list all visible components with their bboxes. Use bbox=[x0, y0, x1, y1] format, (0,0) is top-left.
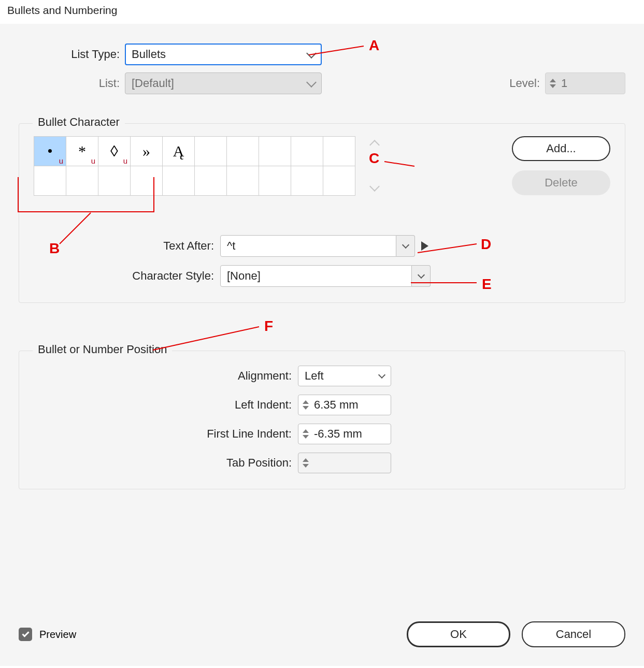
text-after-input[interactable]: ^t bbox=[220, 235, 396, 257]
bullet-glyph-2[interactable]: ◊u bbox=[98, 137, 131, 166]
list-type-value: Bullets bbox=[132, 48, 166, 61]
list-type-dropdown[interactable]: Bullets bbox=[125, 43, 322, 65]
delete-button: Delete bbox=[512, 170, 610, 195]
bullet-glyph-empty[interactable] bbox=[227, 166, 259, 196]
alignment-value: Left bbox=[305, 369, 324, 383]
list-dropdown[interactable]: [Default] bbox=[125, 72, 322, 94]
text-after-label: Text After: bbox=[34, 239, 220, 253]
chevron-down-icon bbox=[378, 371, 385, 379]
insert-special-char-button[interactable] bbox=[421, 241, 428, 251]
chevron-up-icon[interactable] bbox=[369, 140, 380, 150]
spinner-arrows-icon[interactable] bbox=[303, 400, 309, 410]
alignment-dropdown[interactable]: Left bbox=[298, 366, 391, 386]
position-legend: Bullet or Number Position bbox=[33, 343, 172, 356]
bullet-glyph-empty[interactable] bbox=[291, 137, 323, 166]
level-value: 1 bbox=[561, 77, 567, 90]
bullet-glyph-4[interactable]: Ą bbox=[163, 137, 195, 166]
dialog-footer: Preview OK Cancel bbox=[19, 621, 625, 647]
preview-checkbox[interactable] bbox=[19, 628, 32, 641]
bullet-glyph-empty[interactable] bbox=[66, 166, 98, 196]
tab-pos-label: Tab Position: bbox=[34, 456, 298, 470]
spinner-arrows-icon[interactable] bbox=[303, 458, 309, 468]
bullet-glyph-0[interactable]: •u bbox=[34, 137, 66, 166]
preview-label: Preview bbox=[39, 629, 76, 641]
chevron-down-icon bbox=[306, 77, 317, 88]
char-style-label: Character Style: bbox=[34, 269, 220, 283]
left-indent-value: 6.35 mm bbox=[314, 398, 359, 412]
list-label: List: bbox=[19, 77, 125, 90]
ok-button[interactable]: OK bbox=[407, 621, 510, 647]
bullet-glyph-empty[interactable] bbox=[195, 137, 227, 166]
char-style-dropdown-button[interactable] bbox=[412, 265, 431, 287]
bullet-character-legend: Bullet Character bbox=[33, 115, 125, 129]
char-style-value[interactable]: [None] bbox=[220, 265, 412, 287]
spinner-arrows-icon[interactable] bbox=[550, 79, 556, 88]
cancel-button[interactable]: Cancel bbox=[522, 621, 625, 647]
left-indent-label: Left Indent: bbox=[34, 398, 298, 412]
list-type-label: List Type: bbox=[19, 48, 125, 61]
spinner-arrows-icon[interactable] bbox=[303, 429, 309, 439]
alignment-label: Alignment: bbox=[34, 369, 298, 383]
bullet-glyph-empty[interactable] bbox=[131, 166, 163, 196]
left-indent-spinner[interactable]: 6.35 mm bbox=[298, 395, 391, 415]
add-button[interactable]: Add... bbox=[512, 136, 610, 161]
first-line-value: -6.35 mm bbox=[314, 427, 362, 441]
bullet-glyph-empty[interactable] bbox=[323, 137, 355, 166]
bullet-glyph-empty[interactable] bbox=[98, 166, 131, 196]
level-label: Level: bbox=[509, 77, 540, 90]
annotation-F: F bbox=[264, 318, 273, 335]
dialog-title: Bullets and Numbering bbox=[0, 0, 644, 24]
bullet-glyph-empty[interactable] bbox=[195, 166, 227, 196]
position-group: Bullet or Number Position Alignment: Lef… bbox=[19, 351, 625, 489]
level-spinner[interactable]: 1 bbox=[545, 72, 625, 94]
bullet-glyph-empty[interactable] bbox=[291, 166, 323, 196]
bullet-glyph-empty[interactable] bbox=[323, 166, 355, 196]
bullet-glyph-empty[interactable] bbox=[34, 166, 66, 196]
check-icon bbox=[22, 630, 29, 637]
chevron-down-icon bbox=[306, 48, 317, 59]
first-line-label: First Line Indent: bbox=[34, 427, 298, 441]
bullet-glyph-empty[interactable] bbox=[259, 166, 291, 196]
tab-pos-spinner[interactable] bbox=[298, 453, 391, 473]
bullet-glyph-empty[interactable] bbox=[227, 137, 259, 166]
chevron-down-icon[interactable] bbox=[369, 181, 380, 192]
bullet-char-grid[interactable]: •u *u ◊u » Ą bbox=[34, 136, 355, 196]
bullet-glyph-empty[interactable] bbox=[163, 166, 195, 196]
bullet-glyph-3[interactable]: » bbox=[131, 137, 163, 166]
grid-scroll-buttons[interactable] bbox=[371, 136, 378, 195]
bullet-glyph-1[interactable]: *u bbox=[66, 137, 98, 166]
bullet-glyph-empty[interactable] bbox=[259, 137, 291, 166]
dialog-content: List Type: Bullets List: [Default] Level… bbox=[0, 24, 644, 666]
list-value: [Default] bbox=[132, 77, 174, 90]
text-after-dropdown-button[interactable] bbox=[396, 235, 415, 257]
bullet-character-group: Bullet Character •u *u ◊u » Ą bbox=[19, 123, 625, 303]
first-line-spinner[interactable]: -6.35 mm bbox=[298, 424, 391, 444]
